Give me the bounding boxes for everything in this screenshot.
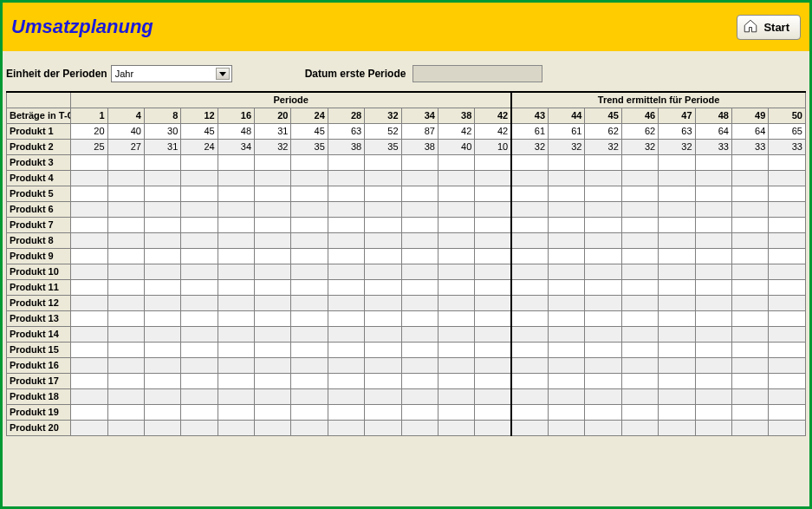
cell-periode[interactable] (328, 217, 364, 232)
cell-periode[interactable] (475, 186, 511, 201)
cell-periode[interactable] (475, 154, 511, 170)
cell-trend[interactable] (659, 232, 695, 248)
cell-trend[interactable] (731, 279, 768, 295)
cell-periode[interactable] (255, 357, 291, 373)
cell-periode[interactable]: 48 (218, 123, 254, 139)
cell-periode[interactable] (475, 342, 511, 357)
cell-periode[interactable] (181, 420, 218, 435)
cell-trend[interactable] (621, 420, 658, 435)
cell-trend[interactable] (769, 404, 806, 420)
cell-periode[interactable] (218, 201, 254, 217)
cell-trend[interactable]: 65 (769, 123, 806, 139)
cell-periode[interactable] (144, 295, 180, 310)
cell-trend[interactable] (621, 170, 658, 186)
cell-periode[interactable]: 52 (365, 123, 401, 139)
cell-periode[interactable] (255, 232, 291, 248)
cell-periode[interactable] (401, 310, 438, 326)
cell-trend[interactable] (769, 264, 806, 279)
cell-trend[interactable] (511, 264, 548, 279)
cell-periode[interactable]: 24 (181, 139, 218, 154)
cell-periode[interactable] (107, 232, 144, 248)
cell-periode[interactable] (365, 420, 401, 435)
cell-periode[interactable] (365, 154, 401, 170)
cell-trend[interactable] (731, 420, 768, 435)
cell-periode[interactable] (365, 326, 401, 342)
cell-periode[interactable] (475, 420, 511, 435)
cell-trend[interactable] (621, 310, 658, 326)
cell-periode[interactable] (291, 186, 328, 201)
cell-trend[interactable] (731, 388, 768, 404)
cell-periode[interactable] (291, 388, 328, 404)
cell-trend[interactable] (511, 310, 548, 326)
cell-trend[interactable] (731, 248, 768, 264)
cell-periode[interactable] (218, 232, 254, 248)
cell-periode[interactable] (71, 326, 107, 342)
cell-periode[interactable]: 20 (71, 123, 107, 139)
cell-periode[interactable] (181, 186, 218, 201)
cell-periode[interactable] (401, 186, 438, 201)
cell-trend[interactable] (731, 201, 768, 217)
cell-trend[interactable] (695, 373, 731, 388)
cell-periode[interactable] (181, 295, 218, 310)
cell-trend[interactable] (731, 217, 768, 232)
cell-trend[interactable]: 33 (731, 139, 768, 154)
cell-trend[interactable] (549, 232, 585, 248)
cell-periode[interactable] (291, 310, 328, 326)
first-period-input[interactable] (412, 65, 542, 82)
cell-periode[interactable] (328, 232, 364, 248)
cell-periode[interactable] (107, 404, 144, 420)
cell-periode[interactable] (107, 295, 144, 310)
cell-periode[interactable] (181, 404, 218, 420)
cell-trend[interactable] (549, 420, 585, 435)
cell-trend[interactable] (621, 295, 658, 310)
cell-trend[interactable] (731, 170, 768, 186)
cell-trend[interactable] (511, 388, 548, 404)
cell-periode[interactable] (291, 201, 328, 217)
cell-periode[interactable] (328, 248, 364, 264)
cell-trend[interactable] (659, 154, 695, 170)
cell-trend[interactable] (731, 326, 768, 342)
cell-periode[interactable] (438, 248, 474, 264)
cell-periode[interactable] (71, 310, 107, 326)
cell-periode[interactable] (365, 248, 401, 264)
cell-periode[interactable] (71, 201, 107, 217)
cell-trend[interactable] (769, 420, 806, 435)
cell-periode[interactable] (218, 186, 254, 201)
cell-trend[interactable] (549, 154, 585, 170)
cell-trend[interactable] (659, 279, 695, 295)
cell-periode[interactable] (365, 342, 401, 357)
cell-trend[interactable] (659, 217, 695, 232)
cell-trend[interactable] (549, 279, 585, 295)
cell-periode[interactable] (107, 342, 144, 357)
cell-periode[interactable] (365, 217, 401, 232)
cell-periode[interactable] (438, 201, 474, 217)
cell-periode[interactable] (144, 186, 180, 201)
cell-trend[interactable] (511, 373, 548, 388)
cell-periode[interactable] (401, 326, 438, 342)
cell-trend[interactable] (695, 170, 731, 186)
cell-trend[interactable] (621, 388, 658, 404)
cell-periode[interactable] (365, 404, 401, 420)
cell-trend[interactable] (731, 295, 768, 310)
cell-periode[interactable] (291, 170, 328, 186)
cell-trend[interactable] (511, 357, 548, 373)
cell-trend[interactable] (511, 201, 548, 217)
cell-periode[interactable] (218, 420, 254, 435)
cell-periode[interactable] (71, 357, 107, 373)
cell-periode[interactable] (475, 404, 511, 420)
cell-trend[interactable] (549, 217, 585, 232)
cell-trend[interactable] (621, 248, 658, 264)
cell-trend[interactable] (585, 295, 621, 310)
cell-trend[interactable]: 62 (585, 123, 621, 139)
cell-periode[interactable] (365, 264, 401, 279)
cell-trend[interactable]: 32 (659, 139, 695, 154)
cell-trend[interactable] (621, 357, 658, 373)
cell-trend[interactable] (549, 295, 585, 310)
cell-trend[interactable] (769, 232, 806, 248)
cell-trend[interactable] (769, 279, 806, 295)
cell-periode[interactable] (365, 232, 401, 248)
cell-periode[interactable] (181, 154, 218, 170)
cell-periode[interactable] (218, 170, 254, 186)
cell-periode[interactable] (328, 404, 364, 420)
cell-periode[interactable]: 87 (401, 123, 438, 139)
